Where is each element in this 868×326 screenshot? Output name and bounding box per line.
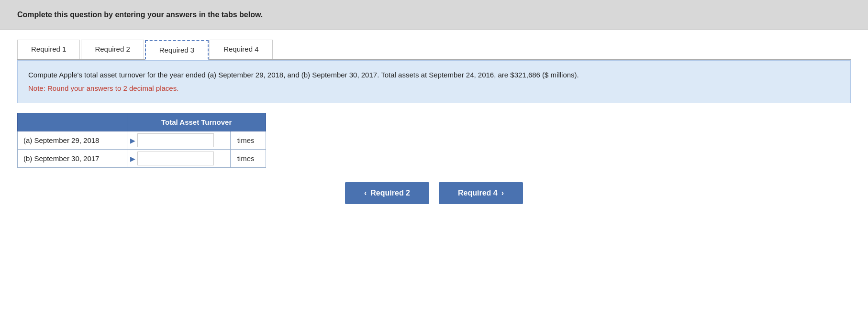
next-button[interactable]: Required 4 › xyxy=(439,182,523,204)
prev-chevron: ‹ xyxy=(364,189,367,197)
prev-button[interactable]: ‹ Required 2 xyxy=(345,182,429,204)
units-cell-b: times xyxy=(230,150,266,168)
row-label-a: (a) September 29, 2018 xyxy=(18,131,127,150)
instruction-bar: Complete this question by entering your … xyxy=(0,0,868,30)
instruction-text: Complete this question by entering your … xyxy=(17,11,851,19)
input-wrapper-b: ▶ xyxy=(130,152,227,165)
input-cell-b: ▶ xyxy=(127,150,230,168)
nav-buttons: ‹ Required 2 Required 4 › xyxy=(17,182,851,204)
input-cell-a: ▶ xyxy=(127,131,230,150)
units-cell-a: times xyxy=(230,131,266,150)
arrow-icon-b: ▶ xyxy=(130,155,135,163)
answer-input-a[interactable] xyxy=(137,133,214,147)
data-table: Total Asset Turnover (a) September 29, 2… xyxy=(17,113,266,168)
tab-required-4[interactable]: Required 4 xyxy=(210,40,272,59)
description-main: Compute Apple's total asset turnover for… xyxy=(28,69,840,81)
tab-required-2[interactable]: Required 2 xyxy=(81,40,144,59)
description-note: Note: Round your answers to 2 decimal pl… xyxy=(28,83,840,94)
arrow-icon-a: ▶ xyxy=(130,137,135,144)
table-header-turnover: Total Asset Turnover xyxy=(127,113,266,131)
table-row: (b) September 30, 2017 ▶ times xyxy=(18,150,266,168)
page-wrapper: Complete this question by entering your … xyxy=(0,0,868,223)
prev-button-label: Required 2 xyxy=(370,189,410,197)
tab-required-1[interactable]: Required 1 xyxy=(17,40,80,59)
description-box: Compute Apple's total asset turnover for… xyxy=(17,60,851,103)
table-row: (a) September 29, 2018 ▶ times xyxy=(18,131,266,150)
table-header-empty xyxy=(18,113,127,131)
answer-input-b[interactable] xyxy=(137,152,214,165)
next-chevron: › xyxy=(501,189,504,197)
row-label-b: (b) September 30, 2017 xyxy=(18,150,127,168)
tabs-container: Required 1 Required 2 Required 3 Require… xyxy=(17,40,851,60)
next-button-label: Required 4 xyxy=(458,189,498,197)
tab-required-3[interactable]: Required 3 xyxy=(145,40,209,60)
input-wrapper-a: ▶ xyxy=(130,133,227,147)
main-content: Required 1 Required 2 Required 3 Require… xyxy=(0,30,868,223)
